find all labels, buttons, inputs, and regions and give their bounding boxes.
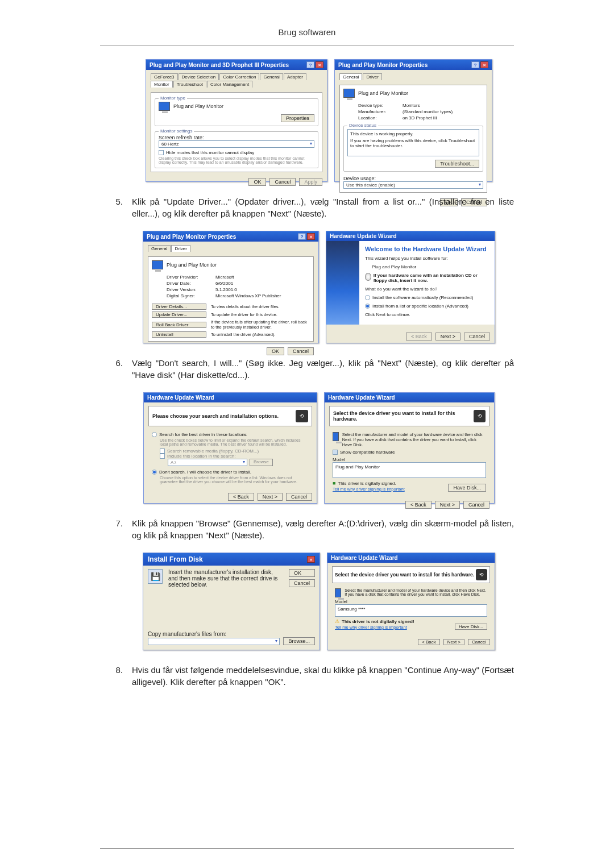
step-8: 8. Hvis du får vist følgende meddelelses… — [100, 664, 514, 688]
step-number: 8. — [100, 664, 123, 688]
close-icon[interactable]: × — [480, 61, 488, 68]
uninstall-text: To uninstall the driver (Advanced). — [211, 332, 310, 337]
provider-value: Microsoft — [215, 275, 310, 280]
dialog-title: Hardware Update Wizard — [328, 394, 395, 401]
dialog-pnp-monitor-properties-driver: Plug and Play Monitor Properties ?× Gene… — [143, 231, 319, 343]
driver-details-button[interactable]: Driver Details... — [152, 304, 206, 310]
signing-link[interactable]: Tell me why driver signing is important — [335, 625, 407, 630]
monitor-icon — [335, 588, 341, 597]
show-compatible-checkbox[interactable] — [333, 450, 338, 455]
dialog-install-from-disk: Install From Disk × 💾 Insert the manufac… — [143, 553, 320, 650]
dialog-pnp-monitor-properties-general: Plug and Play Monitor Properties ?× Gene… — [334, 59, 492, 182]
have-disk-button[interactable]: Have Disk... — [455, 624, 487, 630]
cancel-button[interactable]: Cancel — [288, 347, 314, 355]
wizard-click-next: Click Next to continue. — [365, 312, 489, 317]
tab-device-selection[interactable]: Device Selection — [179, 73, 219, 80]
dialog-hardware-update-wizard-welcome: Hardware Update Wizard Welcome to the Ha… — [326, 231, 495, 343]
rollback-driver-button[interactable]: Roll Back Driver — [152, 322, 206, 328]
cancel-button[interactable]: Cancel — [269, 178, 296, 186]
next-button[interactable]: Next > — [435, 501, 460, 509]
browse-button: Browse — [250, 459, 273, 466]
back-button[interactable]: < Back — [405, 501, 432, 509]
location-value: on 3D Prophet III — [403, 115, 483, 121]
dialog-title: Install From Disk — [148, 555, 203, 563]
tab-geforce3[interactable]: GeForce3 — [151, 73, 178, 80]
signer-value: Microsoft Windows XP Publisher — [215, 293, 310, 298]
cancel-button[interactable]: Cancel — [468, 639, 490, 645]
refresh-rate-select[interactable]: 60 Hertz — [159, 140, 314, 148]
step-7: 7. Klik på knappen "Browse" (Gennemse), … — [100, 517, 514, 541]
tab-monitor[interactable]: Monitor — [151, 81, 173, 88]
radio-search-label: Search for the best driver in these loca… — [159, 432, 247, 437]
ok-button[interactable]: OK — [248, 178, 266, 186]
close-icon[interactable]: × — [307, 233, 315, 240]
provider-label: Driver Provider: — [167, 275, 212, 280]
wizard-line-2: Plug and Play Monitor — [372, 264, 489, 269]
model-item[interactable]: Samsung **** — [338, 607, 365, 612]
uninstall-button[interactable]: Uninstall — [152, 331, 206, 338]
date-value: 6/6/2001 — [215, 281, 310, 286]
tab-general[interactable]: General — [339, 73, 362, 80]
hide-modes-checkbox[interactable] — [159, 150, 164, 155]
back-button[interactable]: < Back — [228, 493, 254, 501]
close-icon[interactable]: × — [307, 556, 315, 563]
tab-general[interactable]: General — [260, 73, 283, 80]
tab-driver[interactable]: Driver — [171, 245, 190, 252]
help-icon[interactable]: ? — [298, 233, 306, 240]
ok-button[interactable]: OK — [267, 347, 284, 355]
step-text: Klik på "Update Driver..." (Opdater driv… — [132, 196, 514, 219]
ok-button[interactable]: OK — [289, 569, 315, 577]
step-5: 5. Klik på "Update Driver..." (Opdater d… — [100, 196, 514, 219]
signing-link[interactable]: Tell me why driver signing is important — [333, 487, 405, 492]
signer-label: Digital Signer: — [167, 293, 212, 298]
driver-details-text: To view details about the driver files. — [211, 304, 310, 309]
dialog-title: Plug and Play Monitor Properties — [338, 62, 428, 68]
cancel-button[interactable]: Cancel — [289, 579, 315, 587]
cancel-button[interactable]: Cancel — [463, 501, 489, 509]
next-button[interactable]: Next > — [443, 639, 464, 645]
model-label: Model — [335, 599, 487, 604]
model-item[interactable]: Plug and Play Monitor — [335, 464, 380, 470]
signed-icon: ■ — [333, 480, 335, 486]
close-icon[interactable]: × — [316, 61, 323, 68]
properties-button[interactable]: Properties — [281, 114, 314, 122]
device-status-legend: Device status — [347, 123, 378, 128]
radio-auto[interactable] — [365, 295, 370, 300]
troubleshoot-button[interactable]: Troubleshoot... — [435, 160, 479, 168]
cancel-button[interactable]: Cancel — [286, 493, 312, 501]
refresh-rate-label: Screen refresh rate: — [159, 135, 314, 140]
radio-search[interactable] — [152, 432, 157, 437]
have-disk-button[interactable]: Have Disk... — [448, 484, 486, 492]
cd-hint: If your hardware came with an installati… — [374, 273, 489, 283]
copy-from-select[interactable] — [148, 638, 280, 645]
tab-color-management[interactable]: Color Management — [207, 81, 252, 88]
disk-icon: 💾 — [148, 569, 163, 584]
browse-button[interactable]: Browse... — [283, 637, 315, 645]
next-button[interactable]: Next > — [435, 333, 460, 340]
next-button[interactable]: Next > — [258, 493, 283, 501]
copy-from-label: Copy manufacturer's files from: — [148, 631, 315, 637]
back-button[interactable]: < Back — [418, 639, 440, 645]
dialog-hardware-update-wizard-select-driver-samsung: Hardware Update Wizard Select the device… — [327, 553, 495, 650]
help-icon[interactable]: ? — [471, 61, 479, 68]
model-listbox[interactable]: Plug and Play Monitor — [333, 462, 486, 478]
dialog-title: Plug and Play Monitor Properties — [147, 234, 236, 240]
dialog-hardware-update-wizard-choose-search: Hardware Update Wizard Please choose you… — [143, 392, 317, 504]
device-usage-select[interactable]: Use this device (enable) — [343, 181, 483, 189]
tab-general[interactable]: General — [148, 245, 171, 252]
tab-color-correction[interactable]: Color Correction — [219, 73, 259, 80]
tab-driver[interactable]: Driver — [363, 73, 381, 80]
model-listbox[interactable]: Samsung **** — [335, 604, 487, 617]
chk-include-location — [160, 454, 165, 459]
step-number: 6. — [100, 357, 123, 381]
radio-list[interactable] — [365, 304, 370, 309]
wizard-heading: Select the device driver you want to ins… — [335, 572, 474, 578]
cancel-button[interactable]: Cancel — [464, 333, 490, 340]
help-icon[interactable]: ? — [306, 61, 314, 68]
tab-troubleshoot[interactable]: Troubleshoot — [173, 81, 206, 88]
radio-list-label: Install from a list or specific location… — [372, 304, 468, 309]
dialog-title: Hardware Update Wizard — [331, 555, 398, 561]
tab-adapter[interactable]: Adapter — [284, 73, 306, 80]
radio-dont-search[interactable] — [152, 470, 157, 475]
update-driver-button[interactable]: Update Driver... — [152, 312, 206, 318]
